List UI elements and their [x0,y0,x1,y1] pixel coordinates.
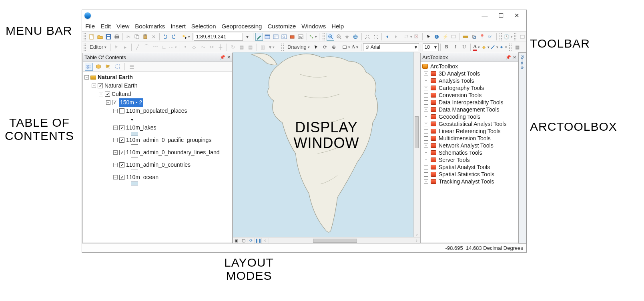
checkbox[interactable] [112,100,117,105]
search-window-icon[interactable] [280,33,288,41]
straight-segment-icon[interactable]: ╱ [134,43,142,51]
menu-file[interactable]: File [85,23,95,30]
rectangle-icon[interactable] [342,43,350,51]
point-icon[interactable]: • [181,43,189,51]
checkbox[interactable] [98,83,103,88]
fixed-zoomout-icon[interactable] [372,33,379,41]
list-by-selection-icon[interactable] [114,63,122,71]
arctoolbox-pin-icon[interactable]: 📌 [506,55,511,60]
expand-icon[interactable]: + [424,93,428,98]
expand-icon[interactable]: + [424,136,428,141]
expand-icon[interactable]: + [424,86,428,90]
checkbox[interactable] [119,125,124,130]
undo-icon[interactable] [162,33,169,41]
create-features-icon[interactable]: ▥ [259,43,267,51]
prev-extent-icon[interactable] [384,33,391,41]
time-slider-icon[interactable]: 🕓 [504,33,512,41]
expand-icon[interactable]: + [424,172,428,177]
toc-layer[interactable]: 110m_lakes [126,124,156,132]
rotate-icon[interactable]: ↻ [229,43,237,51]
rotate-graphic-icon[interactable]: ⟳ [321,43,329,51]
expand-icon[interactable]: − [113,150,118,155]
menu-customize[interactable]: Customize [267,23,296,30]
right-angle-icon[interactable]: ∟ [160,43,168,51]
horizontal-scrollbar[interactable] [269,239,413,243]
zoom-graphic-icon[interactable]: ⊕ [330,43,338,51]
data-view-icon[interactable]: ▣ [233,238,240,243]
print-icon[interactable] [113,33,120,41]
expand-icon[interactable]: + [424,165,428,169]
drawing-dropdown[interactable]: Drawing [286,43,311,51]
checkbox[interactable] [119,150,124,155]
menu-bookmarks[interactable]: Bookmarks [135,23,165,30]
expand-icon[interactable]: − [113,126,118,130]
misc2-icon[interactable]: ▦ [514,43,522,51]
python-window-icon[interactable]: py [297,33,305,41]
toolbox-item[interactable]: Network Analyst Tools [439,142,494,149]
checkbox[interactable] [119,175,124,180]
line-color-icon[interactable] [490,43,498,51]
font-color-icon[interactable]: A [473,43,481,51]
find-route-icon[interactable]: 📍 [478,33,486,41]
toolbox-item[interactable]: Geostatistical Analyst Tools [439,121,506,127]
map-display[interactable]: DISPLAY WINDOW ⌄ ▣ ▢ ⟳ ❚❚ ‹ [233,52,420,243]
toc-layer[interactable]: 110m_admin_0_pacific_groupings [126,136,211,144]
bold-icon[interactable]: B [443,43,451,51]
expand-icon[interactable]: + [424,79,428,83]
reshape-icon[interactable]: ⤳ [199,43,207,51]
split-icon[interactable]: ┼ [217,43,225,51]
endpoint-arc-icon[interactable]: ⌒ [142,43,150,51]
clear-selection-icon[interactable] [413,33,421,41]
toolbox-item[interactable]: Tracking Analyst Tools [439,178,494,185]
expand-icon[interactable]: + [424,122,428,126]
new-icon[interactable] [88,33,96,41]
arctoolbox-root[interactable]: ArcToolbox [430,63,458,70]
expand-icon[interactable]: − [84,75,89,80]
toc-layer[interactable]: 110m_admin_0_countries [126,161,191,169]
expand-icon[interactable]: + [424,144,428,148]
toolbox-item[interactable]: Linear Referencing Tools [439,128,501,134]
editor-more-icon[interactable]: ▾ [268,43,276,51]
cut-polygons-icon[interactable]: ✂ [208,43,216,51]
font-size-select[interactable]: 10▾ [423,43,439,51]
italic-icon[interactable]: I [451,43,459,51]
expand-icon[interactable]: − [113,175,118,179]
expand-icon[interactable]: + [424,108,428,112]
edit-tool-icon[interactable] [112,43,120,51]
toolbox-item[interactable]: Cartography Tools [439,85,484,91]
select-elements-icon[interactable] [425,33,432,41]
checkbox[interactable] [105,92,110,97]
more-segment-icon[interactable]: ⋯ [169,43,177,51]
expand-icon[interactable]: − [113,163,118,167]
expand-icon[interactable]: − [113,138,118,142]
expand-icon[interactable]: + [424,72,428,76]
paste-icon[interactable] [142,33,149,41]
toc-close-icon[interactable]: ✕ [227,55,231,60]
arctoolbox-header[interactable]: ArcToolbox 📌✕ [421,53,518,62]
list-by-visibility-icon[interactable] [104,63,112,71]
menu-edit[interactable]: Edit [100,23,111,30]
expand-icon[interactable]: − [106,100,110,105]
minimize-button[interactable]: — [481,12,489,19]
sketch-props-icon[interactable]: ▤ [247,43,255,51]
toolbox-item[interactable]: Multidimension Tools [439,135,491,142]
goto-xy-icon[interactable]: XY [487,33,494,41]
checkbox[interactable] [119,162,124,167]
fixed-zoomin-icon[interactable] [364,33,371,41]
options-icon[interactable] [128,63,136,71]
list-by-source-icon[interactable] [94,63,102,71]
close-button[interactable]: ✕ [513,12,521,19]
menu-insert[interactable]: Insert [171,23,186,30]
search-tab[interactable]: Search [518,52,526,243]
expand-icon[interactable]: + [424,151,428,155]
trace-icon[interactable]: 〰 [151,43,159,51]
cut-icon[interactable]: ✂ [125,33,132,41]
copy-icon[interactable] [133,33,141,41]
map-canvas[interactable] [233,52,420,237]
misc-icon[interactable] [518,33,526,41]
expand-icon[interactable]: + [424,129,428,134]
menu-help[interactable]: Help [331,23,344,30]
edit-annotation-icon[interactable]: ▸ [121,43,129,51]
toc-group[interactable]: Cultural [112,90,131,98]
toolbox-item[interactable]: Spatial Analyst Tools [439,164,490,170]
